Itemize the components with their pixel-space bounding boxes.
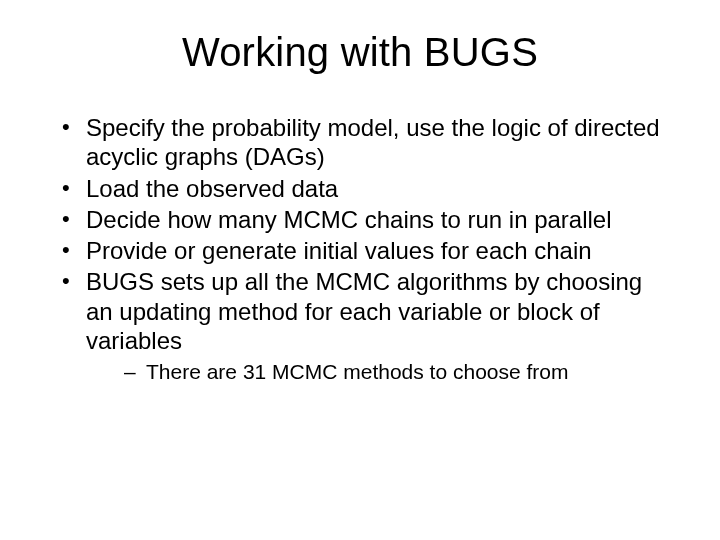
- bullet-item: Load the observed data: [56, 174, 672, 203]
- sub-bullet-item: There are 31 MCMC methods to choose from: [124, 359, 672, 385]
- bullet-item: Specify the probability model, use the l…: [56, 113, 672, 172]
- slide: Working with BUGS Specify the probabilit…: [0, 0, 720, 540]
- bullet-list: Specify the probability model, use the l…: [56, 113, 672, 385]
- bullet-item: Decide how many MCMC chains to run in pa…: [56, 205, 672, 234]
- bullet-item-text: BUGS sets up all the MCMC algorithms by …: [86, 268, 642, 354]
- sub-bullet-list: There are 31 MCMC methods to choose from: [124, 359, 672, 385]
- slide-title: Working with BUGS: [48, 30, 672, 75]
- bullet-item: Provide or generate initial values for e…: [56, 236, 672, 265]
- bullet-item: BUGS sets up all the MCMC algorithms by …: [56, 267, 672, 385]
